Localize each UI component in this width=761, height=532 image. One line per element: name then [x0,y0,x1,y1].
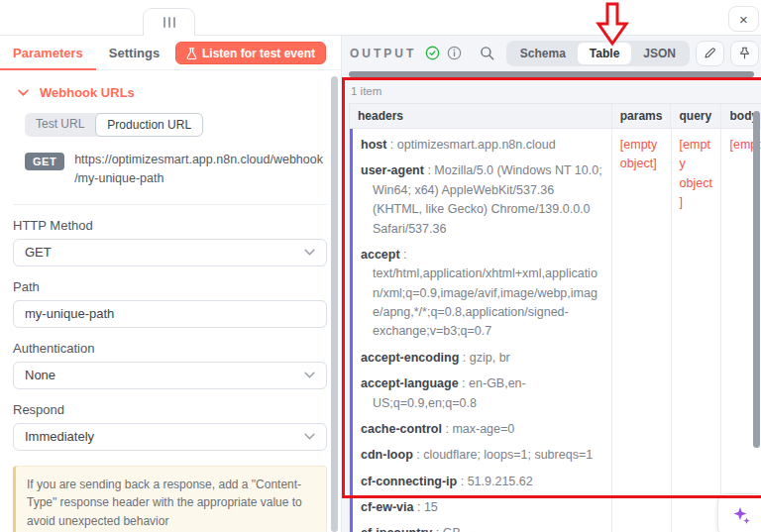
column-header-params[interactable]: params [611,104,671,128]
flask-icon [186,48,197,59]
authentication-label: Authentication [13,341,327,356]
header-entry: cache-control : max-age=0 [361,420,603,439]
header-entry: host : optimizesmart.app.n8n.cloud [361,136,603,155]
edit-output-button[interactable] [696,41,724,66]
output-content: 1 item headers params query body host : … [342,78,761,532]
header-entry: cf-ipcountry : GB [361,524,603,532]
listen-button-label: Listen for test event [202,47,315,60]
http-method-label: HTTP Method [13,218,327,233]
tab-settings[interactable]: Settings [96,36,172,69]
pencil-icon [704,47,716,59]
info-icon[interactable] [447,46,462,60]
output-panel-header: OUTPUT Schema Table JSON [342,36,761,70]
output-panel: OUTPUT Schema Table JSON [342,35,761,532]
http-method-badge: GET [25,153,64,170]
content-type-notice: If you are sending back a response, add … [13,466,327,532]
chevron-down-icon [304,372,315,378]
respond-field: Respond Immediately [13,402,327,451]
output-table: headers params query body host : optimiz… [349,103,761,532]
respond-select[interactable]: Immediately [13,423,327,451]
panel-drag-handle[interactable] [143,8,195,36]
search-button[interactable] [480,46,494,60]
params-cell: [empty object] [611,129,671,532]
header-entry: accept-encoding : gzip, br [361,349,603,368]
tab-parameters[interactable]: Parameters [0,36,96,69]
output-horizontal-scrollbar[interactable] [342,70,761,78]
sparkles-icon [730,504,752,526]
output-title: OUTPUT [350,47,416,60]
path-input[interactable]: my-unique-path [13,300,327,328]
tab-schema[interactable]: Schema [508,43,578,64]
webhook-urls-toggle[interactable]: Webhook URLs [13,85,327,100]
grip-icon [168,17,170,28]
http-method-field: HTTP Method GET [13,218,327,266]
header-entry: user-agent : Mozilla/5.0 (Windows NT 10.… [361,161,603,239]
chevron-down-icon [304,433,315,440]
column-header-headers[interactable]: headers [350,104,611,128]
path-value: my-unique-path [25,306,114,321]
success-check-icon [425,46,440,60]
parameters-panel: Parameters Settings Listen for test even… [0,35,342,532]
path-field: Path my-unique-path [13,279,327,328]
table-row: host : optimizesmart.app.n8n.clouduser-a… [350,129,761,532]
scrollbar-thumb[interactable] [349,71,754,77]
search-icon [480,46,494,60]
chevron-down-icon [304,249,315,256]
grip-icon [173,17,175,28]
test-url-tab[interactable]: Test URL [25,113,95,137]
path-label: Path [13,279,327,294]
output-view-tabs: Schema Table JSON [506,41,690,66]
webhook-urls-section: Webhook URLs Test URL Production URL GET… [13,70,327,205]
url-type-segmented-control: Test URL Production URL [25,113,203,137]
pin-icon [738,47,751,59]
headers-cell: host : optimizesmart.app.n8n.clouduser-a… [350,129,611,532]
n8n-webhook-node-modal: × Parameters Settings Listen for test ev… [0,0,761,532]
authentication-value: None [25,368,55,382]
close-icon: × [739,11,748,28]
webhook-url-text[interactable]: https://optimizesmart.app.n8n.cloud/webh… [74,151,324,188]
chevron-down-icon [18,89,29,96]
close-button[interactable]: × [728,6,759,32]
parameters-panel-header: Parameters Settings Listen for test even… [0,36,341,70]
header-entry: cf-connecting-ip : 51.9.215.62 [361,473,603,491]
authentication-field: Authentication None [13,341,327,389]
tab-table[interactable]: Table [578,43,631,64]
header-entry: cdn-loop : cloudflare; loops=1; subreqs=… [361,446,603,465]
header-entry: accept-language : en-GB,en-US;q=0.9,en;q… [361,374,603,413]
header-entry: cf-ew-via : 15 [361,498,603,517]
output-vertical-scrollbar[interactable] [753,111,760,448]
http-method-select[interactable]: GET [13,239,327,266]
parameters-form: Webhook URLs Test URL Production URL GET… [0,70,341,532]
table-header-row: headers params query body [350,104,761,129]
left-panel-scrollbar[interactable] [331,76,338,532]
http-method-value: GET [25,245,52,260]
webhook-urls-title: Webhook URLs [40,85,135,100]
production-url-tab[interactable]: Production URL [95,113,203,137]
header-entry: accept : text/html,application/xhtml+xml… [361,246,603,342]
column-header-query[interactable]: query [670,104,720,128]
query-cell: [empty object] [671,129,721,532]
respond-label: Respond [13,402,327,417]
pin-data-button[interactable] [730,41,759,66]
grip-icon [163,17,165,28]
items-count: 1 item [351,85,761,97]
ai-assistant-button[interactable] [717,493,761,532]
listen-for-test-event-button[interactable]: Listen for test event [175,42,326,64]
respond-value: Immediately [25,429,94,444]
tab-json[interactable]: JSON [631,43,688,64]
authentication-select[interactable]: None [13,362,327,389]
